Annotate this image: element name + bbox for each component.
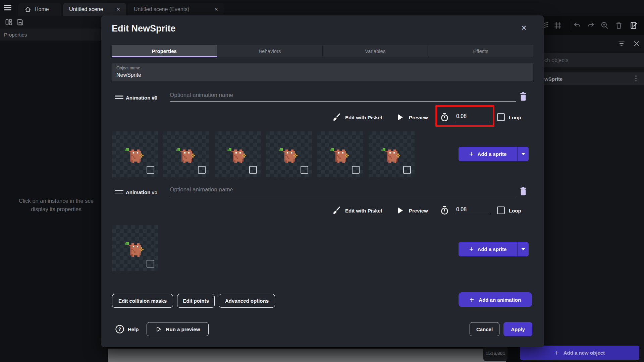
top-tab-bar: Home Untitled scene × Untitled scene (Ev…	[0, 0, 644, 16]
plus-icon: +	[469, 245, 474, 254]
animation-drag-handle[interactable]	[115, 96, 123, 100]
frame-checkbox[interactable]	[198, 166, 206, 174]
add-new-object-button[interactable]: + Add a new object	[520, 346, 639, 360]
pig-sprite-image	[380, 145, 381, 147]
animation-1-label: Animation #1	[126, 189, 157, 195]
sprite-frame-tile[interactable]	[369, 131, 415, 177]
left-toolbar	[0, 16, 107, 28]
edit-with-piskel-button[interactable]: Edit with Piskel	[345, 115, 382, 120]
chevron-down-icon	[521, 153, 525, 155]
pig-sprite-image	[277, 145, 279, 147]
frame-checkbox[interactable]	[147, 166, 154, 174]
frame-checkbox[interactable]	[352, 166, 360, 174]
play-outline-icon	[155, 326, 162, 333]
animation-0-label: Animation #0	[126, 95, 157, 101]
object-menu-icon[interactable]	[635, 75, 637, 81]
pig-sprite-image	[329, 145, 330, 147]
timer-icon	[440, 113, 449, 122]
tab-behaviors[interactable]: Behaviors	[217, 45, 323, 57]
chevron-down-icon	[521, 248, 525, 250]
close-dialog-icon[interactable]: ×	[519, 23, 529, 33]
add-animation-button[interactable]: +Add an animation	[459, 292, 532, 307]
sprite-frame-tile[interactable]	[215, 131, 261, 177]
sprite-frame-tile[interactable]	[112, 131, 158, 177]
cursor-coordinates-chip: 1516,801	[483, 345, 507, 361]
sprite-frame-tile[interactable]	[112, 225, 158, 271]
tab-effects[interactable]: Effects	[428, 45, 534, 57]
tab-variables[interactable]: Variables	[322, 45, 428, 57]
cancel-button[interactable]: Cancel	[470, 322, 499, 336]
close-panel-icon[interactable]	[633, 40, 640, 47]
object-name-field[interactable]: Object name NewSprite	[112, 63, 533, 81]
grid-icon[interactable]	[553, 21, 562, 30]
plus-icon: +	[470, 296, 474, 304]
tab-label: Untitled scene	[69, 6, 103, 12]
close-tab-icon[interactable]: ×	[116, 6, 120, 12]
loop-checkbox[interactable]	[497, 206, 505, 214]
add-sprite-button[interactable]: +Add a sprite	[459, 242, 518, 256]
zoom-in-icon[interactable]	[600, 21, 609, 30]
frame-checkbox[interactable]	[403, 166, 411, 174]
animation-1-name-input[interactable]	[170, 186, 516, 196]
tab-untitled-scene-events[interactable]: Untitled scene (Events) ×	[128, 3, 224, 16]
add-sprite-dropdown[interactable]	[518, 147, 529, 161]
filter-icon[interactable]	[618, 40, 625, 47]
edit-points-button[interactable]: Edit points	[177, 294, 215, 308]
sprite-frame-tile[interactable]	[163, 131, 209, 177]
redo-icon[interactable]	[586, 21, 595, 30]
plus-icon: +	[469, 150, 474, 159]
delete-animation-icon[interactable]	[519, 186, 527, 196]
pig-sprite-image	[175, 145, 176, 147]
frame-checkbox[interactable]	[249, 166, 257, 174]
sprite-frame-tile[interactable]	[317, 131, 363, 177]
frame-checkbox[interactable]	[301, 166, 308, 174]
animation-drag-handle[interactable]	[115, 190, 123, 194]
plus-icon: +	[554, 349, 559, 357]
edit-collision-masks-button[interactable]: Edit collision masks	[112, 294, 173, 308]
add-sprite-button[interactable]: +Add a sprite	[459, 147, 518, 161]
panel-layout-icon[interactable]	[5, 18, 13, 26]
main-menu-icon[interactable]	[4, 5, 11, 11]
brush-icon	[332, 113, 341, 122]
time-between-frames-input[interactable]	[455, 206, 490, 214]
help-button[interactable]: Help	[128, 326, 139, 332]
play-icon[interactable]	[398, 207, 403, 214]
add-sprite-split-button: +Add a sprite	[459, 147, 529, 161]
object-name-field-value: NewSprite	[116, 72, 141, 78]
save-icon[interactable]	[16, 18, 24, 26]
scene-canvas[interactable]	[108, 349, 506, 362]
preview-button[interactable]: Preview	[409, 115, 428, 120]
help-icon[interactable]: ?	[115, 324, 124, 334]
search-objects-input[interactable]	[528, 53, 644, 67]
sprite-frame-tile[interactable]	[266, 131, 312, 177]
add-sprite-split-button: +Add a sprite	[459, 242, 529, 256]
delete-animation-icon[interactable]	[519, 92, 527, 101]
edit-with-piskel-button[interactable]: Edit with Piskel	[345, 208, 382, 214]
animation-0-name-input[interactable]	[170, 92, 516, 102]
home-icon	[24, 6, 31, 13]
tab-home[interactable]: Home	[18, 3, 61, 16]
add-sprite-dropdown[interactable]	[518, 242, 529, 256]
apply-button[interactable]: Apply	[503, 322, 532, 336]
events-sheet-icon[interactable]	[630, 21, 639, 30]
run-preview-button[interactable]: Run a preview	[147, 322, 209, 336]
advanced-options-button[interactable]: Advanced options	[219, 294, 275, 308]
tab-properties[interactable]: Properties	[112, 45, 217, 57]
frame-checkbox[interactable]	[147, 260, 154, 267]
svg-text:?: ?	[118, 326, 121, 332]
loop-label: Loop	[509, 208, 521, 214]
timer-icon	[440, 206, 449, 215]
properties-panel: Properties Click on an instance in the s…	[0, 16, 107, 362]
play-icon[interactable]	[398, 114, 403, 120]
tab-label: Untitled scene (Events)	[134, 6, 189, 12]
close-tab-icon[interactable]: ×	[214, 6, 218, 12]
loop-checkbox[interactable]	[497, 113, 505, 121]
time-between-frames-input[interactable]	[455, 113, 490, 121]
preview-button[interactable]: Preview	[409, 208, 428, 214]
undo-icon[interactable]	[573, 21, 582, 30]
tab-label: Home	[35, 6, 49, 12]
tab-untitled-scene[interactable]: Untitled scene ×	[63, 3, 126, 16]
trash-icon[interactable]	[614, 21, 623, 30]
edit-sprite-dialog: Edit NewSprite × Properties Behaviors Va…	[101, 15, 544, 347]
dialog-tabs: Properties Behaviors Variables Effects	[112, 45, 533, 57]
